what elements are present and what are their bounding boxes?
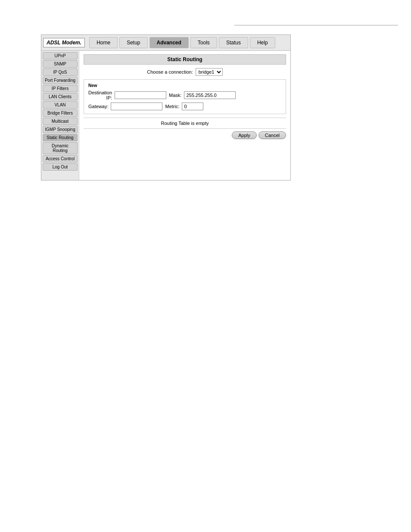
choose-connection-row: Choose a connection: bridge1 bridge2 ppp… [84, 68, 286, 76]
content-panel: Static Routing Choose a connection: brid… [79, 51, 290, 180]
connection-select[interactable]: bridge1 bridge2 ppp0 [196, 68, 223, 76]
top-rule [234, 25, 398, 25]
action-buttons: Apply Cancel [84, 131, 286, 139]
new-destination-section: New DestinationIP: Mask: Gateway: Metric… [84, 79, 286, 114]
mask-input[interactable] [184, 91, 236, 99]
sidebar-item-ip-filters[interactable]: IP Filters [43, 85, 78, 92]
destination-ip-input[interactable] [115, 91, 166, 99]
gateway-label: Gateway: [88, 104, 108, 109]
choose-connection-label: Choose a connection: [147, 69, 193, 75]
nav-status[interactable]: Status [219, 37, 248, 48]
nav-setup[interactable]: Setup [119, 37, 147, 48]
routing-table-empty: Routing Table is empty [84, 118, 286, 129]
sidebar-item-multicast[interactable]: Multicast [43, 118, 78, 125]
sidebar-item-lan-clients[interactable]: LAN Clients [43, 93, 78, 100]
brand: ADSL Modem. [43, 38, 85, 47]
panel-title-text: Static Routing [167, 56, 202, 62]
cancel-button[interactable]: Cancel [258, 131, 286, 139]
nav-bar: ADSL Modem. Home Setup Advanced Tools St… [41, 35, 290, 51]
sidebar-item-bridge-filters[interactable]: Bridge Filters [43, 109, 78, 117]
nav-help[interactable]: Help [250, 37, 275, 48]
sidebar-item-upnp[interactable]: UPnP [43, 52, 78, 59]
ui-box: ADSL Modem. Home Setup Advanced Tools St… [41, 34, 291, 180]
nav-home[interactable]: Home [89, 37, 118, 48]
sidebar-item-log-out[interactable]: Log Out [43, 163, 78, 171]
apply-button[interactable]: Apply [232, 131, 257, 139]
routing-table-empty-text: Routing Table is empty [161, 121, 209, 126]
page: ADSL Modem. Home Setup Advanced Tools St… [0, 0, 411, 532]
main-area: UPnP SNMP IP QoS Port Forwarding IP Filt… [41, 51, 290, 180]
new-dest-legend: New [88, 83, 281, 88]
nav-advanced[interactable]: Advanced [149, 37, 189, 48]
sidebar-item-igmp-snooping[interactable]: IGMP Snooping [43, 126, 78, 133]
brand-label: ADSL Modem. [47, 40, 81, 46]
sidebar-item-port-forwarding[interactable]: Port Forwarding [43, 77, 78, 84]
sidebar-item-ip-qos[interactable]: IP QoS [43, 68, 78, 76]
sidebar-item-dynamic-routing[interactable]: Dynamic Routing [43, 142, 78, 154]
panel-title: Static Routing [84, 54, 286, 65]
destination-label: DestinationIP: [88, 90, 112, 100]
metric-label: Metric: [165, 104, 179, 109]
sidebar: UPnP SNMP IP QoS Port Forwarding IP Filt… [41, 51, 79, 180]
nav-tools[interactable]: Tools [190, 37, 217, 48]
metric-input[interactable] [182, 103, 203, 110]
sidebar-item-vlan[interactable]: VLAN [43, 101, 78, 109]
mask-label: Mask: [169, 93, 181, 98]
gateway-input[interactable] [111, 103, 162, 110]
sidebar-item-access-control[interactable]: Access Control [43, 155, 78, 162]
sidebar-item-snmp[interactable]: SNMP [43, 60, 78, 68]
sidebar-item-static-routing[interactable]: Static Routing [43, 134, 78, 141]
